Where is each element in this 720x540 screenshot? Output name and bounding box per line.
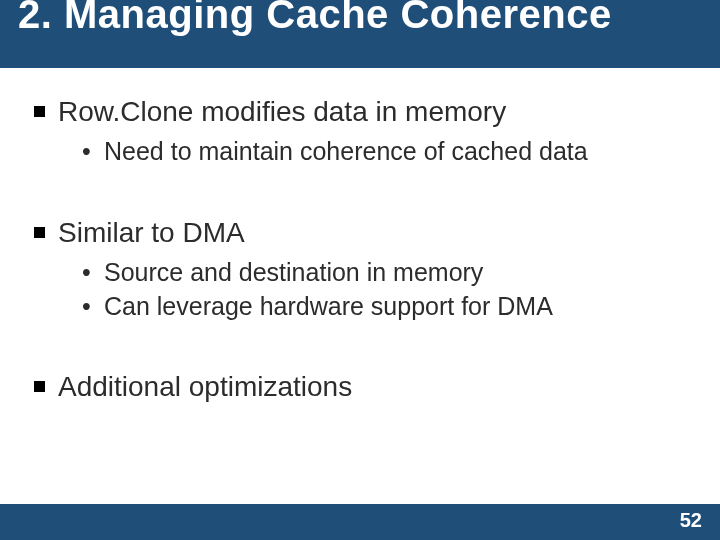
bullet-2-sub-2: Can leverage hardware support for DMA bbox=[82, 290, 692, 324]
bullet-1-sub-1: Need to maintain coherence of cached dat… bbox=[82, 135, 692, 169]
bullet-2: Similar to DMA Source and destination in… bbox=[28, 215, 692, 324]
slide-content: Row.Clone modifies data in memory Need t… bbox=[0, 68, 720, 404]
slide-title: 2. Managing Cache Coherence bbox=[18, 0, 612, 37]
footer-bar: 52 bbox=[0, 504, 720, 540]
bullet-2-sub-1: Source and destination in memory bbox=[82, 256, 692, 290]
page-number: 52 bbox=[680, 509, 702, 532]
bullet-1: Row.Clone modifies data in memory Need t… bbox=[28, 94, 692, 169]
bullet-1-text: Row.Clone modifies data in memory bbox=[58, 96, 506, 127]
title-bar: 2. Managing Cache Coherence bbox=[0, 0, 720, 68]
bullet-3: Additional optimizations bbox=[28, 369, 692, 404]
bullet-2-text: Similar to DMA bbox=[58, 217, 245, 248]
bullet-3-text: Additional optimizations bbox=[58, 371, 352, 402]
